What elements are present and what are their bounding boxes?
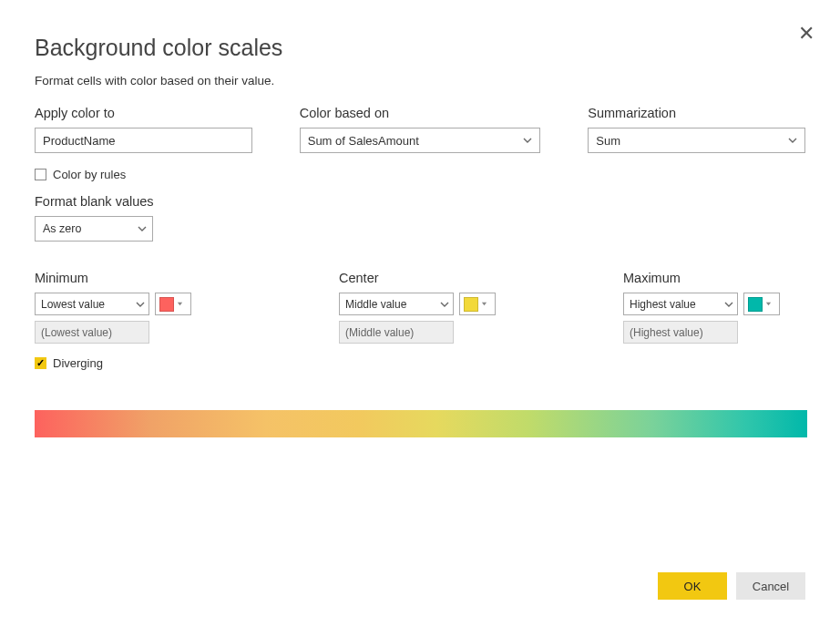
minimum-label: Minimum	[35, 271, 217, 285]
cancel-button[interactable]: Cancel	[736, 572, 805, 600]
ok-button[interactable]: OK	[658, 572, 727, 600]
minimum-value-readout: (Lowest value)	[35, 321, 149, 344]
maximum-mode-select[interactable]: Highest value	[623, 293, 738, 315]
gradient-preview	[35, 410, 807, 437]
minimum-color-picker[interactable]	[155, 293, 191, 315]
color-based-on-label: Color based on	[300, 106, 541, 120]
chevron-down-icon	[440, 300, 449, 309]
background-color-scales-dialog: ✕ Background color scales Format cells w…	[0, 0, 840, 627]
apply-color-to-field: Apply color to ProductName	[35, 106, 252, 153]
cancel-button-label: Cancel	[753, 580, 789, 593]
center-mode-value: Middle value	[345, 298, 406, 311]
close-button[interactable]: ✕	[798, 24, 814, 44]
center-group: Center Middle value (Middle value)	[339, 271, 521, 344]
chevron-down-icon	[136, 300, 145, 309]
apply-color-to-label: Apply color to	[35, 106, 252, 120]
diverging-checkbox[interactable]: Diverging	[35, 356, 805, 370]
maximum-mode-value: Highest value	[630, 298, 696, 311]
maximum-label: Maximum	[623, 271, 805, 285]
dropdown-triangle-icon	[765, 301, 772, 307]
minimum-readout-text: (Lowest value)	[41, 326, 112, 339]
format-blank-select[interactable]: As zero	[35, 216, 153, 242]
minimum-mode-value: Lowest value	[41, 298, 105, 311]
chevron-down-icon	[788, 136, 797, 145]
color-based-on-field: Color based on Sum of SalesAmount	[300, 106, 541, 153]
maximum-color-picker[interactable]	[743, 293, 780, 315]
center-color-picker[interactable]	[459, 293, 496, 315]
color-by-rules-label: Color by rules	[53, 168, 126, 181]
dialog-subtitle: Format cells with color based on their v…	[35, 74, 805, 87]
ok-button-label: OK	[684, 580, 702, 593]
diverging-label: Diverging	[53, 356, 103, 370]
chevron-down-icon	[724, 300, 733, 309]
dialog-buttons: OK Cancel	[658, 572, 805, 600]
maximum-color-swatch	[748, 297, 763, 312]
dropdown-triangle-icon	[177, 301, 183, 307]
summarization-select[interactable]: Sum	[588, 128, 805, 153]
summarization-label: Summarization	[588, 106, 805, 120]
center-color-swatch	[464, 297, 478, 312]
scale-controls-row: Minimum Lowest value (Lowest value)	[35, 271, 805, 344]
dialog-title: Background color scales	[35, 35, 805, 61]
top-fields-row: Apply color to ProductName Color based o…	[35, 106, 805, 153]
format-blank-label: Format blank values	[35, 194, 805, 209]
apply-color-to-input[interactable]: ProductName	[35, 128, 252, 153]
checkbox-checked-icon	[35, 357, 46, 369]
summarization-field: Summarization Sum	[588, 106, 805, 153]
dropdown-triangle-icon	[481, 301, 487, 307]
apply-color-to-value: ProductName	[43, 134, 115, 148]
close-icon: ✕	[798, 22, 814, 45]
center-label: Center	[339, 271, 521, 285]
maximum-readout-text: (Highest value)	[630, 326, 703, 339]
minimum-color-swatch	[159, 297, 174, 312]
center-readout-text: (Middle value)	[345, 326, 414, 339]
minimum-mode-select[interactable]: Lowest value	[35, 293, 149, 315]
color-based-on-select[interactable]: Sum of SalesAmount	[300, 128, 541, 153]
maximum-group: Maximum Highest value (Highest value)	[623, 271, 805, 344]
chevron-down-icon	[138, 224, 147, 233]
maximum-value-readout: (Highest value)	[623, 321, 738, 344]
summarization-value: Sum	[596, 134, 620, 148]
checkbox-icon	[35, 169, 46, 180]
color-by-rules-checkbox[interactable]: Color by rules	[35, 168, 805, 181]
minimum-group: Minimum Lowest value (Lowest value)	[35, 271, 217, 344]
chevron-down-icon	[523, 136, 532, 145]
color-based-on-value: Sum of SalesAmount	[308, 134, 419, 148]
center-mode-select[interactable]: Middle value	[339, 293, 454, 315]
center-value-readout: (Middle value)	[339, 321, 454, 344]
format-blank-value: As zero	[43, 222, 81, 235]
